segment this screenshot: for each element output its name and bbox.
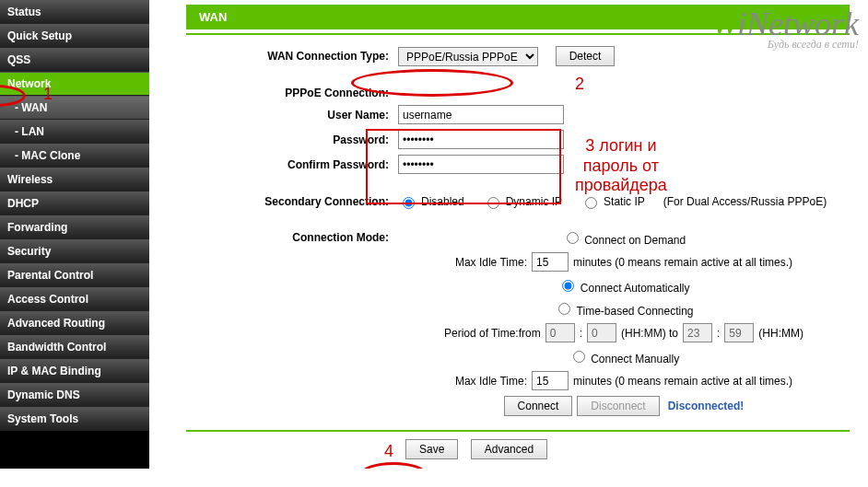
sidebar-item-status[interactable]: Status — [0, 0, 149, 24]
annotation-ellipse-4 — [360, 462, 427, 469]
main-panel: WiNetwork Будь всегда в сети! WAN WAN Co… — [149, 0, 868, 469]
conn-mode-label: Connection Mode: — [186, 229, 398, 244]
idle-time-input-1[interactable] — [532, 252, 569, 272]
sec-dynamic-radio[interactable]: Dynamic IP — [483, 194, 562, 209]
sidebar-item-parental-control[interactable]: Parental Control — [0, 263, 149, 287]
sidebar-item-ip-mac-binding[interactable]: IP & MAC Binding — [0, 359, 149, 383]
confirm-password-input[interactable] — [398, 155, 564, 174]
idle-note-2: minutes (0 means remain active at all ti… — [573, 375, 792, 388]
period-hhmm-a: (HH:MM) to — [621, 327, 678, 340]
divider — [186, 430, 850, 432]
sidebar-item-bandwidth-control[interactable]: Bandwidth Control — [0, 335, 149, 359]
password-label: Password: — [186, 133, 398, 146]
brand-logo: WiNetwork Будь всегда в сети! — [711, 7, 859, 50]
mode-auto-radio[interactable]: Connect Automatically — [557, 277, 689, 295]
period-hhmm-b: (HH:MM) — [758, 327, 803, 340]
username-label: User Name: — [186, 109, 398, 122]
wan-conn-type-select[interactable]: PPPoE/Russia PPPoE — [398, 47, 538, 66]
idle-note-1: minutes (0 means remain active at all ti… — [573, 256, 792, 269]
sidebar-item-system-tools[interactable]: System Tools — [0, 407, 149, 431]
connection-status: Disconnected! — [668, 400, 745, 412]
sec-disabled-radio[interactable]: Disabled — [398, 194, 464, 209]
period-to-hh[interactable] — [683, 323, 712, 342]
save-button[interactable]: Save — [405, 439, 458, 459]
password-input[interactable] — [398, 130, 564, 149]
sidebar-item-quick-setup[interactable]: Quick Setup — [0, 24, 149, 48]
sidebar-item-forwarding[interactable]: Forwarding — [0, 215, 149, 239]
idle-time-input-2[interactable] — [532, 371, 569, 390]
period-label: Period of Time:from — [444, 327, 541, 340]
period-from-mm[interactable] — [587, 323, 616, 342]
username-input[interactable] — [398, 105, 564, 124]
confirm-password-label: Confirm Password: — [186, 158, 398, 171]
sidebar-item-mac-clone[interactable]: - MAC Clone — [0, 144, 149, 168]
secondary-conn-label: Secondary Connection: — [186, 195, 398, 208]
idle-label-2: Max Idle Time: — [455, 375, 527, 388]
sidebar-item-security[interactable]: Security — [0, 239, 149, 263]
period-to-mm[interactable] — [724, 323, 754, 342]
sidebar-item-dhcp[interactable]: DHCP — [0, 191, 149, 215]
pppoe-header-label: PPPoE Connection: — [186, 87, 398, 99]
mode-manual-radio[interactable]: Connect Manually — [569, 348, 679, 365]
sidebar-item-wireless[interactable]: Wireless — [0, 168, 149, 191]
sidebar-item-lan[interactable]: - LAN — [0, 120, 149, 144]
disconnect-button[interactable]: Disconnect — [577, 396, 659, 416]
sidebar-item-access-control[interactable]: Access Control — [0, 287, 149, 311]
idle-label-1: Max Idle Time: — [455, 256, 527, 269]
detect-button[interactable]: Detect — [556, 46, 616, 66]
mode-demand-radio[interactable]: Connect on Demand — [562, 229, 686, 247]
connect-button[interactable]: Connect — [504, 396, 573, 416]
sidebar-item-qss[interactable]: QSS — [0, 48, 149, 72]
wan-conn-type-label: WAN Connection Type: — [186, 50, 398, 63]
mode-time-radio[interactable]: Time-based Connecting — [554, 300, 693, 318]
sidebar-item-dynamic-dns[interactable]: Dynamic DNS — [0, 383, 149, 407]
sidebar-item-network[interactable]: Network — [0, 72, 149, 96]
advanced-button[interactable]: Advanced — [471, 439, 547, 459]
period-from-hh[interactable] — [545, 323, 575, 342]
sidebar-item-wan[interactable]: - WAN — [0, 96, 149, 120]
sec-note: (For Dual Access/Russia PPPoE) — [663, 195, 827, 208]
sec-static-radio[interactable]: Static IP — [581, 194, 645, 209]
sidebar-item-advanced-routing[interactable]: Advanced Routing — [0, 311, 149, 335]
sidebar: Status Quick Setup QSS Network - WAN - L… — [0, 0, 149, 469]
